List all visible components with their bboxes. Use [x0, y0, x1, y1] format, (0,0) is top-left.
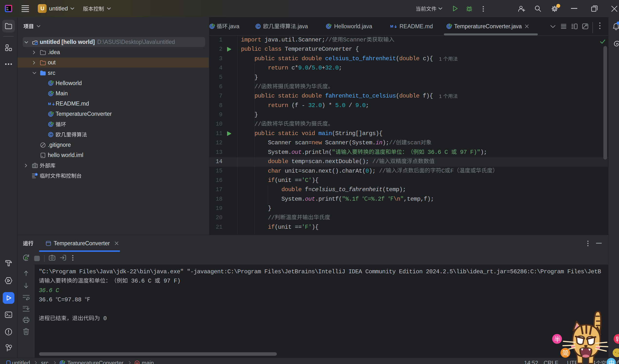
svg-text:IJ: IJ: [7, 7, 8, 9]
svg-text:m: m: [136, 362, 139, 364]
svg-text:M: M: [390, 24, 394, 28]
svg-text:M: M: [48, 102, 51, 106]
